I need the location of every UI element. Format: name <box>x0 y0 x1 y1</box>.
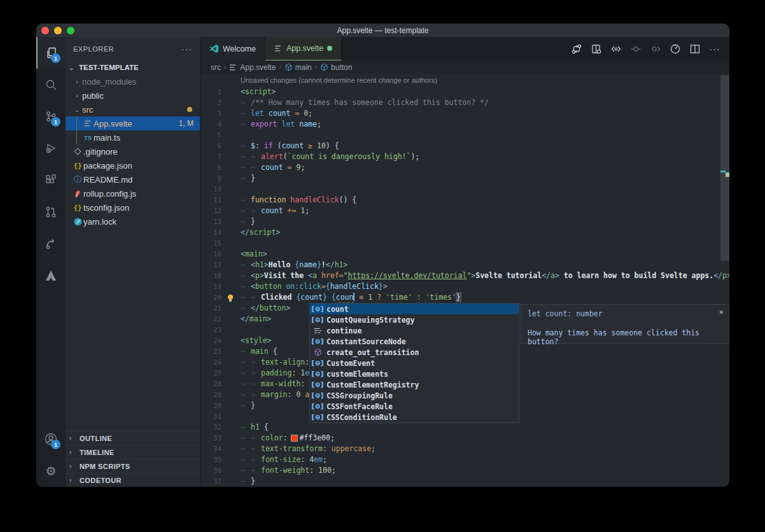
activity-item-settings[interactable]: ⚙ <box>36 455 66 487</box>
file-label: .gitignore <box>83 147 117 157</box>
code-line-5: 5 <box>200 130 729 141</box>
glyph-margin <box>221 87 241 97</box>
file-label: rollup.config.js <box>83 189 136 199</box>
inline-view-icon[interactable] <box>609 42 623 56</box>
glyph-margin <box>221 476 241 487</box>
activity-item-accounts[interactable]: 1 <box>36 423 66 455</box>
tab-welcome[interactable]: Welcome <box>200 37 265 60</box>
chevron-icon: › <box>72 92 82 99</box>
more-actions-icon[interactable]: ··· <box>708 42 722 56</box>
activity-item-extensions[interactable] <box>36 164 66 196</box>
extensions-icon <box>45 174 57 186</box>
sidebar-section-npm-scripts[interactable]: ›NPM SCRIPTS <box>66 459 200 473</box>
suggestion-CSSFontFaceRule[interactable]: [⊜]CSSFontFaceRule <box>310 401 519 412</box>
suggestion-create_out_transition[interactable]: create_out_transition <box>310 347 519 358</box>
code-editor[interactable]: Unsaved changes (cannot determine recent… <box>200 74 729 487</box>
line-number: 30 <box>200 400 221 411</box>
suggestion-docs-panel: let count: number How many times has som… <box>521 304 729 344</box>
glyph-margin <box>221 454 241 465</box>
glyph-margin <box>221 151 241 162</box>
next-change-icon[interactable] <box>649 42 663 56</box>
badge: 1 <box>51 53 60 63</box>
explorer-title: EXPLORER <box>73 45 114 53</box>
editor-scrollbar[interactable] <box>720 75 729 261</box>
tab-app-svelte[interactable]: App.svelte <box>265 37 342 60</box>
suggestion-CustomElementRegistry[interactable]: [⊜]CustomElementRegistry <box>310 379 519 390</box>
glyph-margin <box>221 249 241 260</box>
tree-item-README.md[interactable]: ⓘREADME.md <box>66 172 200 186</box>
json-icon: {} <box>72 204 83 212</box>
symbol-variable-icon: [⊜] <box>312 381 323 389</box>
line-number: 22 <box>200 314 221 325</box>
activity-item-run-debug[interactable] <box>36 132 66 164</box>
breadcrumb-separator: › <box>279 64 281 71</box>
workspace-root-folder[interactable]: ⌄ TEST-TEMPLATE <box>66 60 200 74</box>
tree-item-App.svelte[interactable]: App.svelte1, M <box>66 116 200 130</box>
open-changes-icon[interactable] <box>589 42 603 56</box>
tree-item-src[interactable]: ⌄src <box>66 102 200 116</box>
activity-item-search[interactable] <box>36 69 66 101</box>
tree-item-public[interactable]: ›public <box>66 88 200 102</box>
code-line-35: 35→→font-size: 4em; <box>200 454 729 465</box>
breadcrumb-item-main[interactable]: main <box>284 63 312 72</box>
line-number: 36 <box>200 465 221 476</box>
symbol-variable-icon: [⊜] <box>312 402 323 410</box>
gitlens-annotation[interactable]: Unsaved changes (cannot determine recent… <box>200 74 729 87</box>
git-compare-icon[interactable] <box>570 42 584 56</box>
sidebar-section-timeline[interactable]: ›TIMELINE <box>66 445 200 459</box>
sidebar-section-codetour[interactable]: ›CODETOUR <box>66 473 200 487</box>
breadcrumb-item-button[interactable]: button <box>320 63 352 72</box>
suggestion-CustomEvent[interactable]: [⊜]CustomEvent <box>310 358 519 368</box>
suggestion-count[interactable]: [⊜]count <box>310 304 519 314</box>
suggestion-CSSConditionRule[interactable]: [⊜]CSSConditionRule <box>310 412 519 423</box>
activity-item-explorer[interactable]: 1 <box>36 37 66 69</box>
glyph-margin <box>221 433 241 444</box>
line-number: 7 <box>200 151 221 162</box>
activity-item-azure[interactable] <box>36 260 66 291</box>
split-editor-icon[interactable] <box>688 42 702 56</box>
breadcrumb-item-src[interactable]: src <box>211 63 221 72</box>
sidebar-section-outline[interactable]: ›OUTLINE <box>66 431 200 445</box>
color-swatch <box>291 435 297 441</box>
tree-item-package.json[interactable]: {}package.json <box>66 158 200 172</box>
file-label: README.md <box>83 175 132 185</box>
chevron-icon: › <box>72 78 82 85</box>
breadcrumb-item-app-svelte[interactable]: App.svelte <box>229 63 276 72</box>
tree-item-tsconfig.json[interactable]: {}tsconfig.json <box>66 200 200 214</box>
tree-item-node_modules[interactable]: ›node_modules <box>66 74 200 88</box>
run-profile-icon[interactable] <box>668 42 682 56</box>
previous-change-icon[interactable] <box>629 42 643 56</box>
line-number: 19 <box>200 281 221 292</box>
window-title: App.svelte — test-template <box>36 26 729 35</box>
activity-item-source-control[interactable]: 1 <box>36 101 66 132</box>
suggestion-ConstantSourceNode[interactable]: [⊜]ConstantSourceNode <box>310 336 519 347</box>
line-number: 6 <box>200 141 221 151</box>
suggestion-CountQueuingStrategy[interactable]: [⊜]CountQueuingStrategy <box>310 314 519 325</box>
line-number: 25 <box>200 346 221 357</box>
close-icon[interactable]: ✕ <box>719 307 724 316</box>
unsaved-dot <box>327 46 332 51</box>
code-line-13: 13→} <box>200 216 729 227</box>
activity-item-pull-requests[interactable] <box>36 196 66 228</box>
suggestion-continue[interactable]: continue <box>310 325 519 336</box>
tree-item-main.ts[interactable]: TSmain.ts <box>66 130 200 144</box>
activity-bar: 111⚙ <box>36 37 66 487</box>
chevron-right-icon: › <box>69 435 80 442</box>
line-number: 11 <box>200 195 221 206</box>
tree-item-.gitignore[interactable]: .gitignore <box>66 144 200 158</box>
tree-item-rollup.config.js[interactable]: rollup.config.js <box>66 186 200 200</box>
lightbulb-icon[interactable] <box>221 292 241 303</box>
line-number: 16 <box>200 249 221 260</box>
file-tree: ›node_modules›public⌄srcApp.svelte1, MTS… <box>66 74 200 228</box>
more-actions-icon[interactable]: ··· <box>181 44 192 54</box>
glyph-margin <box>221 227 241 238</box>
activity-item-live-share[interactable] <box>36 228 66 260</box>
tree-item-yarn.lock[interactable]: yarn.lock <box>66 214 200 228</box>
title-bar[interactable]: App.svelte — test-template <box>36 24 729 37</box>
glyph-margin <box>221 97 241 108</box>
glyph-margin <box>221 281 241 292</box>
git-decoration-badge: 1, M <box>179 119 193 128</box>
code-line-18: 18→<p>Visit the <a href="https://svelte.… <box>200 270 729 281</box>
suggestion-CSSGroupingRule[interactable]: [⊜]CSSGroupingRule <box>310 390 519 401</box>
suggestion-customElements[interactable]: [⊜]customElements <box>310 368 519 379</box>
